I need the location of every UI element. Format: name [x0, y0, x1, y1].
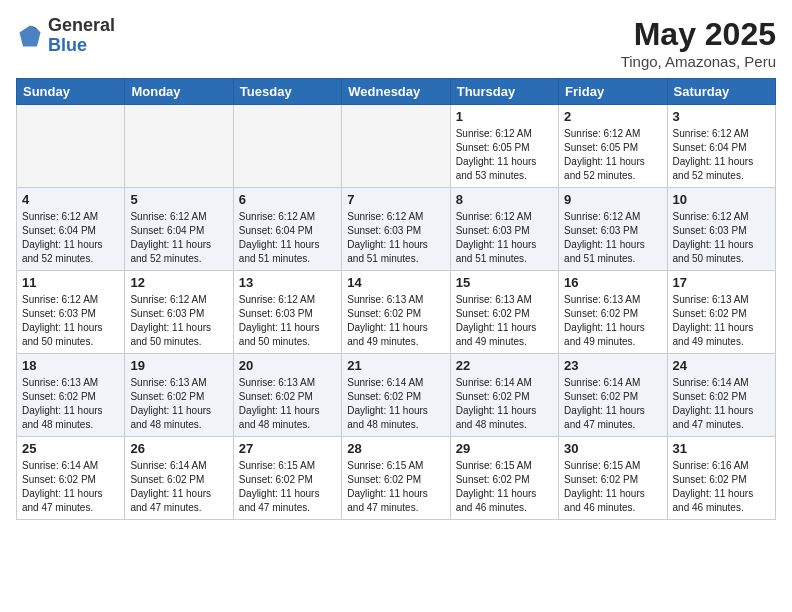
calendar-day: 15Sunrise: 6:13 AMSunset: 6:02 PMDayligh… — [450, 271, 558, 354]
day-header-sunday: Sunday — [17, 79, 125, 105]
day-number: 5 — [130, 192, 227, 207]
calendar-day — [17, 105, 125, 188]
day-number: 10 — [673, 192, 770, 207]
calendar-day: 17Sunrise: 6:13 AMSunset: 6:02 PMDayligh… — [667, 271, 775, 354]
logo-icon — [16, 22, 44, 50]
calendar-day: 14Sunrise: 6:13 AMSunset: 6:02 PMDayligh… — [342, 271, 450, 354]
day-number: 24 — [673, 358, 770, 373]
calendar-header: SundayMondayTuesdayWednesdayThursdayFrid… — [17, 79, 776, 105]
calendar-day: 16Sunrise: 6:13 AMSunset: 6:02 PMDayligh… — [559, 271, 667, 354]
day-header-thursday: Thursday — [450, 79, 558, 105]
page-header: General Blue May 2025 Tingo, Amazonas, P… — [16, 16, 776, 70]
calendar-week-4: 18Sunrise: 6:13 AMSunset: 6:02 PMDayligh… — [17, 354, 776, 437]
day-header-wednesday: Wednesday — [342, 79, 450, 105]
day-number: 17 — [673, 275, 770, 290]
day-info: Sunrise: 6:12 AMSunset: 6:04 PMDaylight:… — [239, 210, 336, 266]
day-number: 16 — [564, 275, 661, 290]
day-info: Sunrise: 6:12 AMSunset: 6:04 PMDaylight:… — [673, 127, 770, 183]
logo: General Blue — [16, 16, 115, 56]
day-number: 18 — [22, 358, 119, 373]
day-number: 20 — [239, 358, 336, 373]
location-subtitle: Tingo, Amazonas, Peru — [621, 53, 776, 70]
calendar-day: 29Sunrise: 6:15 AMSunset: 6:02 PMDayligh… — [450, 437, 558, 520]
calendar-day: 12Sunrise: 6:12 AMSunset: 6:03 PMDayligh… — [125, 271, 233, 354]
day-number: 6 — [239, 192, 336, 207]
day-number: 13 — [239, 275, 336, 290]
day-number: 27 — [239, 441, 336, 456]
day-info: Sunrise: 6:13 AMSunset: 6:02 PMDaylight:… — [673, 293, 770, 349]
day-info: Sunrise: 6:13 AMSunset: 6:02 PMDaylight:… — [239, 376, 336, 432]
day-info: Sunrise: 6:14 AMSunset: 6:02 PMDaylight:… — [22, 459, 119, 515]
day-number: 25 — [22, 441, 119, 456]
calendar-week-1: 1Sunrise: 6:12 AMSunset: 6:05 PMDaylight… — [17, 105, 776, 188]
day-number: 23 — [564, 358, 661, 373]
day-number: 30 — [564, 441, 661, 456]
day-header-tuesday: Tuesday — [233, 79, 341, 105]
calendar-day: 3Sunrise: 6:12 AMSunset: 6:04 PMDaylight… — [667, 105, 775, 188]
calendar-day: 5Sunrise: 6:12 AMSunset: 6:04 PMDaylight… — [125, 188, 233, 271]
day-number: 29 — [456, 441, 553, 456]
day-number: 1 — [456, 109, 553, 124]
day-info: Sunrise: 6:13 AMSunset: 6:02 PMDaylight:… — [22, 376, 119, 432]
calendar-week-2: 4Sunrise: 6:12 AMSunset: 6:04 PMDaylight… — [17, 188, 776, 271]
day-info: Sunrise: 6:15 AMSunset: 6:02 PMDaylight:… — [456, 459, 553, 515]
day-info: Sunrise: 6:12 AMSunset: 6:03 PMDaylight:… — [130, 293, 227, 349]
day-number: 19 — [130, 358, 227, 373]
calendar-day: 25Sunrise: 6:14 AMSunset: 6:02 PMDayligh… — [17, 437, 125, 520]
day-info: Sunrise: 6:13 AMSunset: 6:02 PMDaylight:… — [564, 293, 661, 349]
svg-marker-0 — [20, 25, 41, 46]
day-number: 2 — [564, 109, 661, 124]
day-info: Sunrise: 6:13 AMSunset: 6:02 PMDaylight:… — [347, 293, 444, 349]
day-info: Sunrise: 6:12 AMSunset: 6:04 PMDaylight:… — [130, 210, 227, 266]
calendar-day: 28Sunrise: 6:15 AMSunset: 6:02 PMDayligh… — [342, 437, 450, 520]
calendar-day: 7Sunrise: 6:12 AMSunset: 6:03 PMDaylight… — [342, 188, 450, 271]
calendar-day: 2Sunrise: 6:12 AMSunset: 6:05 PMDaylight… — [559, 105, 667, 188]
day-info: Sunrise: 6:14 AMSunset: 6:02 PMDaylight:… — [673, 376, 770, 432]
calendar-day: 30Sunrise: 6:15 AMSunset: 6:02 PMDayligh… — [559, 437, 667, 520]
day-info: Sunrise: 6:12 AMSunset: 6:05 PMDaylight:… — [564, 127, 661, 183]
day-info: Sunrise: 6:12 AMSunset: 6:03 PMDaylight:… — [673, 210, 770, 266]
month-year-title: May 2025 — [621, 16, 776, 53]
day-header-saturday: Saturday — [667, 79, 775, 105]
day-info: Sunrise: 6:13 AMSunset: 6:02 PMDaylight:… — [456, 293, 553, 349]
calendar-day: 9Sunrise: 6:12 AMSunset: 6:03 PMDaylight… — [559, 188, 667, 271]
day-header-monday: Monday — [125, 79, 233, 105]
day-info: Sunrise: 6:15 AMSunset: 6:02 PMDaylight:… — [239, 459, 336, 515]
calendar-body: 1Sunrise: 6:12 AMSunset: 6:05 PMDaylight… — [17, 105, 776, 520]
day-info: Sunrise: 6:15 AMSunset: 6:02 PMDaylight:… — [347, 459, 444, 515]
day-header-friday: Friday — [559, 79, 667, 105]
calendar-day — [233, 105, 341, 188]
day-info: Sunrise: 6:16 AMSunset: 6:02 PMDaylight:… — [673, 459, 770, 515]
calendar-day: 13Sunrise: 6:12 AMSunset: 6:03 PMDayligh… — [233, 271, 341, 354]
calendar-day: 10Sunrise: 6:12 AMSunset: 6:03 PMDayligh… — [667, 188, 775, 271]
calendar-week-5: 25Sunrise: 6:14 AMSunset: 6:02 PMDayligh… — [17, 437, 776, 520]
day-info: Sunrise: 6:14 AMSunset: 6:02 PMDaylight:… — [564, 376, 661, 432]
calendar-day — [125, 105, 233, 188]
day-number: 8 — [456, 192, 553, 207]
day-info: Sunrise: 6:12 AMSunset: 6:03 PMDaylight:… — [456, 210, 553, 266]
day-number: 21 — [347, 358, 444, 373]
calendar-day: 1Sunrise: 6:12 AMSunset: 6:05 PMDaylight… — [450, 105, 558, 188]
calendar-day: 23Sunrise: 6:14 AMSunset: 6:02 PMDayligh… — [559, 354, 667, 437]
header-row: SundayMondayTuesdayWednesdayThursdayFrid… — [17, 79, 776, 105]
day-number: 26 — [130, 441, 227, 456]
day-info: Sunrise: 6:15 AMSunset: 6:02 PMDaylight:… — [564, 459, 661, 515]
day-number: 9 — [564, 192, 661, 207]
calendar-day: 21Sunrise: 6:14 AMSunset: 6:02 PMDayligh… — [342, 354, 450, 437]
day-info: Sunrise: 6:12 AMSunset: 6:04 PMDaylight:… — [22, 210, 119, 266]
day-info: Sunrise: 6:12 AMSunset: 6:03 PMDaylight:… — [239, 293, 336, 349]
day-number: 28 — [347, 441, 444, 456]
day-number: 15 — [456, 275, 553, 290]
calendar-day: 4Sunrise: 6:12 AMSunset: 6:04 PMDaylight… — [17, 188, 125, 271]
calendar-day: 8Sunrise: 6:12 AMSunset: 6:03 PMDaylight… — [450, 188, 558, 271]
day-info: Sunrise: 6:12 AMSunset: 6:03 PMDaylight:… — [22, 293, 119, 349]
calendar-day: 19Sunrise: 6:13 AMSunset: 6:02 PMDayligh… — [125, 354, 233, 437]
logo-text: General Blue — [48, 16, 115, 56]
calendar-table: SundayMondayTuesdayWednesdayThursdayFrid… — [16, 78, 776, 520]
day-info: Sunrise: 6:13 AMSunset: 6:02 PMDaylight:… — [130, 376, 227, 432]
day-info: Sunrise: 6:12 AMSunset: 6:05 PMDaylight:… — [456, 127, 553, 183]
calendar-day: 31Sunrise: 6:16 AMSunset: 6:02 PMDayligh… — [667, 437, 775, 520]
day-info: Sunrise: 6:14 AMSunset: 6:02 PMDaylight:… — [347, 376, 444, 432]
day-number: 31 — [673, 441, 770, 456]
day-number: 12 — [130, 275, 227, 290]
